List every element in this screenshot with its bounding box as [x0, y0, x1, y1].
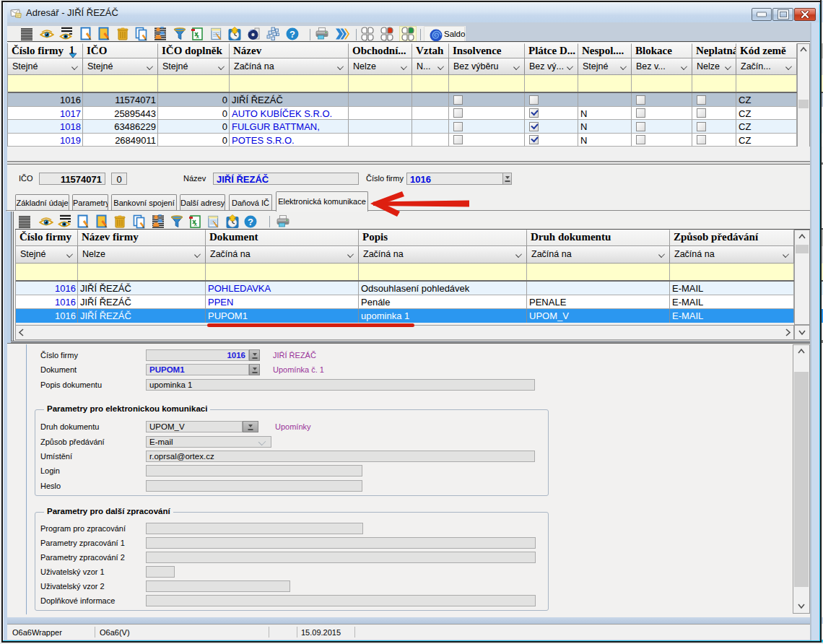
svg-text:?: ?: [289, 29, 295, 40]
svg-text:?: ?: [248, 217, 253, 227]
svg-text:x: x: [196, 33, 200, 40]
svg-text:x: x: [194, 221, 198, 227]
